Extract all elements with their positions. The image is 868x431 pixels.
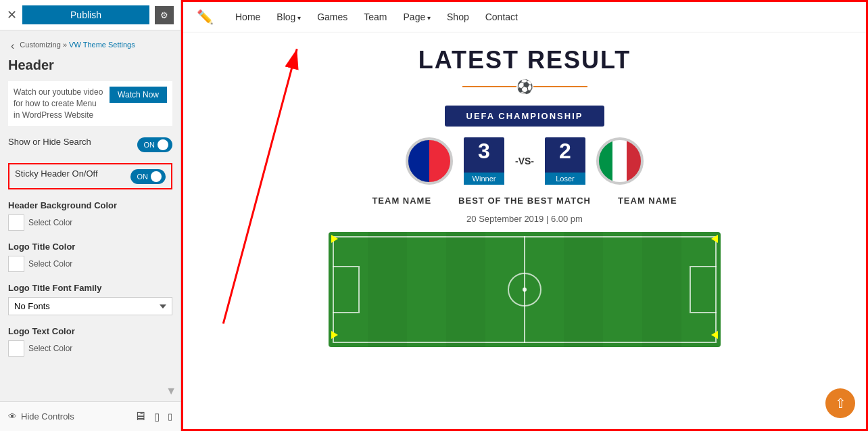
- bottom-bar: 👁 Hide Controls 🖥 ▯ ▯: [0, 401, 180, 431]
- panel-content: ‹ Customizing » VW Theme Settings Header…: [0, 30, 180, 401]
- match-info-row: TEAM NAME BEST OF THE BEST MATCH TEAM NA…: [372, 196, 677, 206]
- sticky-header-row: Sticky Header On/Off ON: [8, 163, 172, 189]
- tablet-device-btn[interactable]: ▯: [154, 411, 160, 423]
- preview-nav: ✏️ Home Blog Games Team Page Shop Contac…: [183, 2, 866, 32]
- hide-controls-label: Hide Controls: [21, 411, 74, 422]
- goal-left: [333, 266, 360, 313]
- field-stripe-4: [642, 232, 681, 347]
- corner-flag-bl: [331, 331, 338, 344]
- field-center-dot: [523, 288, 527, 292]
- scroll-indicator: ▼: [166, 385, 176, 397]
- close-button[interactable]: ✕: [7, 7, 17, 22]
- panel-title: Header: [8, 58, 172, 73]
- hide-controls-btn[interactable]: 👁 Hide Controls: [8, 411, 74, 422]
- mobile-device-btn[interactable]: ▯: [168, 411, 172, 422]
- team1-score: 3: [478, 140, 490, 162]
- breadcrumb-link[interactable]: VW Theme Settings: [69, 41, 135, 49]
- eye-icon: 👁: [8, 411, 17, 422]
- field-stripe-2: [446, 232, 485, 347]
- desktop-device-btn[interactable]: 🖥: [134, 409, 146, 424]
- championship-badge: UEFA CHAMPIONSHIP: [445, 106, 605, 127]
- publish-button[interactable]: Publish: [22, 5, 149, 24]
- nav-team[interactable]: Team: [364, 12, 387, 22]
- preview-content: LATEST RESULT ⚽ UEFA CHAMPIONSHIP 🇫🇷 3 W…: [183, 32, 866, 361]
- team1-flag: 🇫🇷: [406, 137, 453, 185]
- match-date: 20 September 2019 | 6.00 pm: [466, 214, 583, 224]
- toggle-knob-2: [151, 171, 162, 182]
- ball-icon: ⚽: [516, 78, 533, 95]
- nav-games[interactable]: Games: [317, 12, 347, 22]
- customizer-topbar: ✕ Publish ⚙: [0, 0, 180, 30]
- field-stripe-3: [564, 232, 603, 347]
- logo-title-color-title: Logo Title Color: [8, 242, 172, 252]
- show-hide-search-toggle[interactable]: ON: [137, 137, 173, 152]
- logo-text-color-title: Logo Text Color: [8, 326, 172, 336]
- header-bg-color-label: Select Color: [28, 218, 72, 227]
- latest-result-title: LATEST RESULT: [418, 46, 631, 74]
- customizer-panel: ✕ Publish ⚙ ‹ Customizing » VW Theme Set…: [0, 0, 181, 431]
- sticky-header-label: Sticky Header On/Off: [15, 168, 98, 179]
- corner-flag-br: [711, 331, 718, 344]
- nav-blog[interactable]: Blog: [276, 12, 301, 22]
- watch-video-box: Watch our youtube video for how to creat…: [8, 81, 172, 126]
- nav-shop[interactable]: Shop: [447, 12, 469, 22]
- team2-name-label: TEAM NAME: [618, 196, 677, 206]
- toggle-knob: [158, 139, 168, 150]
- team1-name-label: TEAM NAME: [372, 196, 431, 206]
- header-bg-color-swatch[interactable]: [8, 214, 24, 231]
- gear-button[interactable]: ⚙: [155, 6, 174, 24]
- corner-flag-tl: [331, 235, 338, 248]
- logo-title-color-row: Select Color: [8, 256, 172, 272]
- logo-font-family-title: Logo Title Font Family: [8, 283, 172, 293]
- corner-flag-tr: [711, 235, 718, 248]
- back-button[interactable]: ‹: [8, 37, 17, 55]
- soccer-field: [329, 232, 721, 347]
- scroll-up-button[interactable]: ⇧: [825, 388, 855, 418]
- nav-logo-icon: ✏️: [197, 9, 214, 25]
- logo-title-color-swatch[interactable]: [8, 256, 24, 272]
- nav-page[interactable]: Page: [404, 12, 431, 22]
- header-bg-color-title: Header Background Color: [8, 200, 172, 210]
- breadcrumb: Customizing » VW Theme Settings: [20, 41, 135, 49]
- header-bg-color-row: Select Color: [8, 214, 172, 231]
- show-hide-search-row: Show or Hide Search ON: [8, 137, 172, 152]
- vs-text: -VS-: [515, 156, 534, 166]
- team2-result: Loser: [545, 173, 585, 185]
- team1-score-box: 3 Winner: [464, 137, 504, 185]
- logo-text-color-label: Select Color: [28, 344, 72, 353]
- watch-now-button[interactable]: Watch Now: [110, 87, 167, 103]
- logo-text-color-row: Select Color: [8, 340, 172, 357]
- divider-line-right: [533, 86, 587, 87]
- match-row: 🇫🇷 3 Winner -VS- 2 Loser 🇮🇹: [406, 137, 644, 185]
- nav-contact[interactable]: Contact: [485, 12, 518, 22]
- team2-flag: 🇮🇹: [596, 137, 644, 185]
- field-stripe-1: [368, 232, 407, 347]
- show-hide-search-label: Show or Hide Search: [8, 137, 91, 147]
- nav-home[interactable]: Home: [235, 12, 260, 22]
- font-family-select[interactable]: No Fonts: [8, 297, 172, 315]
- best-match-label: BEST OF THE BEST MATCH: [458, 196, 591, 206]
- team2-score: 2: [559, 140, 571, 162]
- divider-line-left: [462, 86, 516, 87]
- watch-text: Watch our youtube video for how to creat…: [14, 87, 104, 120]
- team2-score-box: 2 Loser: [545, 137, 585, 185]
- logo-text-color-swatch[interactable]: [8, 340, 24, 357]
- divider-ball: ⚽: [462, 78, 587, 95]
- team1-result: Winner: [464, 173, 504, 185]
- sticky-header-toggle[interactable]: ON: [130, 169, 166, 184]
- preview-panel: ✏️ Home Blog Games Team Page Shop Contac…: [181, 0, 868, 431]
- logo-title-color-label: Select Color: [28, 259, 72, 269]
- goal-right: [690, 266, 717, 313]
